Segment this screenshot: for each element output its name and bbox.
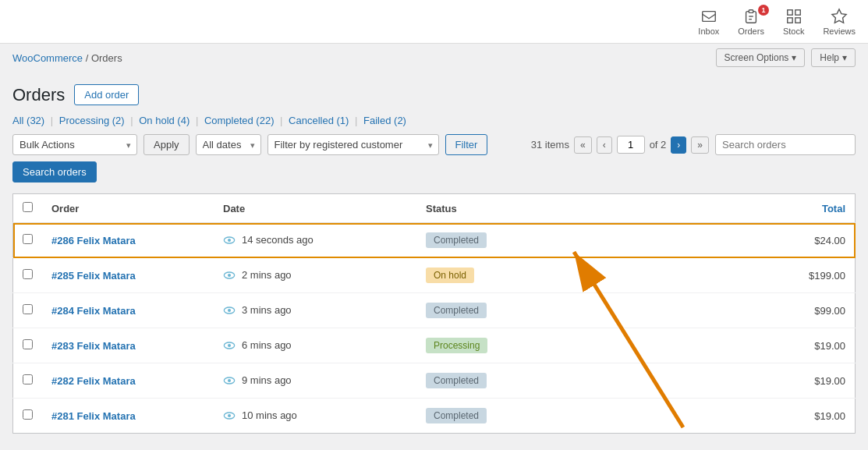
orders-nav[interactable]: 1 Orders [738, 8, 764, 36]
help-button[interactable]: Help ▾ [811, 48, 856, 67]
date-value: 9 mins ago [242, 374, 292, 386]
filter-links: All (32) | Processing (2) | On hold (4) … [12, 115, 856, 126]
svg-point-18 [228, 379, 231, 382]
search-orders-button[interactable]: Search orders [12, 161, 97, 182]
breadcrumb-separator: / [86, 52, 91, 64]
filter-sep: | [277, 115, 285, 126]
apply-button[interactable]: Apply [143, 134, 190, 155]
row-checkbox[interactable] [23, 339, 33, 349]
svg-point-20 [228, 414, 231, 417]
svg-rect-6 [787, 17, 792, 22]
eye-icon[interactable] [223, 339, 236, 351]
eye-icon[interactable] [223, 269, 236, 281]
date-filter-wrapper: All dates [196, 134, 261, 155]
date-header-label: Date [223, 203, 245, 214]
search-input[interactable] [715, 134, 856, 155]
bulk-actions-wrapper: Bulk Actions [12, 134, 137, 155]
breadcrumb-parent[interactable]: WooCommerce [12, 52, 83, 64]
main-content: Orders Add order All (32) | Processing (… [0, 72, 868, 434]
row-checkbox[interactable] [23, 374, 33, 384]
table-row: #281 Felix Matara10 mins agoCompleted$19… [13, 399, 856, 434]
filter-link-on-hold[interactable]: On hold (4) [139, 115, 190, 126]
filter-link-cancelled[interactable]: Cancelled (1) [289, 115, 349, 126]
total-value: $19.00 [572, 363, 856, 399]
order-link[interactable]: #281 Felix Matara [51, 410, 136, 422]
filter-link-completed[interactable]: Completed (22) [204, 115, 275, 126]
order-column-header: Order [42, 194, 214, 223]
order-link[interactable]: #284 Felix Matara [51, 305, 136, 317]
date-filter-select[interactable]: All dates [196, 134, 261, 155]
prev-page-button[interactable]: ‹ [597, 136, 612, 154]
filter-link-all[interactable]: All (32) [12, 115, 44, 126]
add-order-button[interactable]: Add order [74, 84, 139, 105]
filter-link-failed[interactable]: Failed (2) [363, 115, 406, 126]
page-of-label: of 2 [650, 139, 667, 151]
row-checkbox[interactable] [23, 234, 33, 244]
next-page-button[interactable]: › [671, 136, 686, 154]
date-value: 6 mins ago [242, 339, 292, 351]
filter-button[interactable]: Filter [445, 134, 488, 155]
stock-nav[interactable]: Stock [783, 8, 805, 36]
status-badge: Completed [426, 232, 487, 248]
date-value: 2 mins ago [242, 269, 292, 281]
status-badge: On hold [426, 268, 474, 283]
reviews-label: Reviews [823, 27, 856, 36]
svg-point-16 [228, 344, 231, 347]
svg-rect-5 [795, 9, 799, 14]
order-header-label: Order [51, 203, 79, 214]
page-number-input[interactable] [617, 136, 645, 154]
filter-sep: | [193, 115, 201, 126]
eye-icon[interactable] [223, 304, 236, 316]
subheader: Screen Options ▾ Help ▾ [716, 48, 856, 67]
last-page-button[interactable]: » [691, 136, 709, 154]
date-value: 3 mins ago [242, 304, 292, 316]
screen-options-button[interactable]: Screen Options ▾ [716, 48, 806, 67]
table-row: #286 Felix Matara14 seconds agoCompleted… [13, 223, 856, 258]
orders-label: Orders [738, 27, 764, 36]
filter-sep: | [352, 115, 360, 126]
row-checkbox[interactable] [23, 409, 33, 420]
total-value: $19.00 [572, 399, 856, 434]
page-header: Orders Add order [12, 84, 856, 105]
bulk-actions-select[interactable]: Bulk Actions [12, 134, 137, 155]
order-link[interactable]: #286 Felix Matara [51, 235, 136, 246]
eye-icon[interactable] [223, 374, 236, 386]
order-link[interactable]: #282 Felix Matara [51, 375, 136, 387]
status-column-header: Status [416, 194, 572, 223]
filter-sep: | [128, 115, 136, 126]
svg-point-14 [228, 309, 231, 312]
inbox-nav[interactable]: Inbox [698, 8, 719, 36]
table-row: #283 Felix Matara6 mins agoProcessing$19… [13, 328, 856, 363]
orders-table-wrapper: Order Date Status Total #286 Felix Matar… [12, 193, 856, 434]
customer-filter-select[interactable]: Filter by registered customer [267, 134, 439, 155]
order-link[interactable]: #283 Felix Matara [51, 340, 136, 352]
date-value: 14 seconds ago [242, 234, 314, 246]
reviews-nav[interactable]: Reviews [823, 8, 856, 36]
total-header-label: Total [822, 203, 845, 214]
first-page-button[interactable]: « [574, 136, 592, 154]
table-row: #284 Felix Matara3 mins agoCompleted$99.… [13, 293, 856, 328]
filter-link-processing[interactable]: Processing (2) [59, 115, 125, 126]
order-link[interactable]: #285 Felix Matara [51, 270, 136, 282]
date-column-header: Date [214, 194, 416, 223]
orders-table: Order Date Status Total #286 Felix Matar… [12, 193, 856, 434]
total-column-header: Total [572, 194, 856, 223]
status-badge: Completed [426, 373, 487, 388]
total-value: $199.00 [572, 258, 856, 293]
row-checkbox[interactable] [23, 269, 33, 279]
select-all-checkbox[interactable] [23, 202, 33, 212]
select-all-header [13, 194, 43, 223]
breadcrumb: WooCommerce / Orders [12, 52, 122, 64]
status-badge: Completed [426, 408, 487, 423]
eye-icon[interactable] [223, 234, 236, 246]
inbox-label: Inbox [698, 27, 719, 36]
svg-marker-8 [832, 9, 846, 22]
svg-rect-7 [795, 17, 799, 22]
table-row: #285 Felix Matara2 mins agoOn hold$199.0… [13, 258, 856, 293]
row-checkbox[interactable] [23, 304, 33, 314]
date-value: 10 mins ago [242, 409, 297, 421]
status-header-label: Status [426, 203, 457, 214]
eye-icon[interactable] [223, 409, 236, 421]
screen-options-label: Screen Options [725, 52, 789, 63]
svg-rect-0 [703, 11, 716, 21]
